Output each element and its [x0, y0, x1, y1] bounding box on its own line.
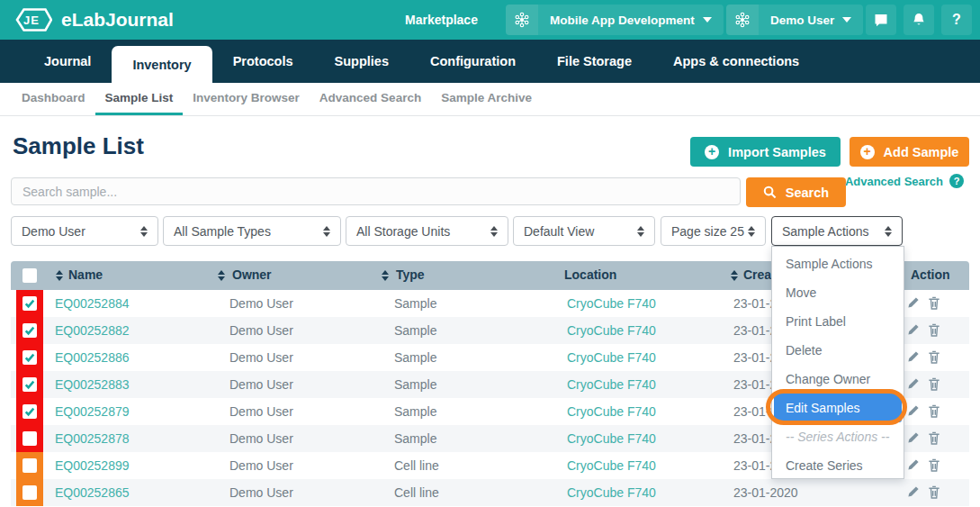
nav-tab-protocols[interactable]: Protocols: [212, 40, 314, 83]
column-header-type[interactable]: Type: [396, 267, 425, 282]
edit-icon[interactable]: [907, 350, 920, 367]
location-link[interactable]: CryoCube F740: [567, 404, 656, 419]
select-value: All Sample Types: [174, 224, 271, 239]
sample-name-link[interactable]: EQ00252879: [55, 404, 130, 419]
delete-icon[interactable]: [928, 296, 940, 313]
nav-tab-apps-connections[interactable]: Apps & connections: [652, 40, 820, 83]
delete-icon[interactable]: [928, 350, 940, 367]
delete-icon[interactable]: [928, 458, 940, 475]
notes-icon: [874, 13, 888, 27]
user-label: Demo User: [770, 14, 834, 27]
filter-select-all-storage-units[interactable]: All Storage Units: [346, 216, 508, 246]
sample-name-link[interactable]: EQ00252882: [55, 323, 130, 338]
expiry-flag: [16, 344, 43, 371]
delete-icon[interactable]: [928, 377, 940, 394]
column-header-owner[interactable]: Owner: [232, 267, 272, 282]
row-checkbox[interactable]: [22, 458, 37, 473]
subnav-item-inventory-browser[interactable]: Inventory Browser: [183, 83, 310, 115]
edit-icon[interactable]: [907, 323, 920, 340]
user-selector[interactable]: Demo User: [726, 5, 863, 35]
inventory-sub-navigation: DashboardSample ListInventory BrowserAdv…: [0, 83, 980, 116]
delete-icon[interactable]: [928, 404, 940, 421]
filter-select-demo-user[interactable]: Demo User: [11, 216, 158, 246]
location-link[interactable]: CryoCube F740: [567, 458, 656, 473]
workgroup-molecule-icon: [506, 5, 538, 35]
workgroup-selector[interactable]: Mobile App Development: [506, 5, 724, 35]
menu-item-edit-samples[interactable]: Edit Samples: [774, 394, 902, 422]
location-link[interactable]: CryoCube F740: [567, 377, 656, 392]
type-cell: Sample: [394, 350, 436, 365]
sample-name-link[interactable]: EQ00252865: [55, 485, 130, 500]
menu-item-change-owner[interactable]: Change Owner: [772, 365, 904, 394]
column-header-name[interactable]: Name: [68, 267, 103, 282]
edit-icon[interactable]: [907, 296, 920, 312]
menu-item-print-label[interactable]: Print Label: [772, 307, 904, 336]
menu-item-delete[interactable]: Delete: [772, 336, 904, 365]
add-sample-label: Add Sample: [884, 145, 959, 159]
filter-select-page-size-25[interactable]: Page size 25: [661, 216, 766, 246]
row-checkbox[interactable]: [22, 485, 37, 500]
menu-item-create-series[interactable]: Create Series: [772, 451, 904, 480]
search-button[interactable]: Search: [746, 177, 846, 207]
location-link[interactable]: CryoCube F740: [567, 323, 656, 338]
column-header-action: Action: [911, 267, 950, 282]
edit-icon[interactable]: [907, 458, 920, 475]
search-input[interactable]: [11, 177, 741, 205]
menu-item-move[interactable]: Move: [772, 278, 904, 307]
sort-arrows-icon: [140, 226, 148, 237]
sample-name-link[interactable]: EQ00252886: [55, 350, 130, 365]
edit-icon[interactable]: [907, 431, 920, 448]
row-checkbox[interactable]: [22, 350, 37, 365]
nav-tab-journal[interactable]: Journal: [23, 40, 112, 83]
type-cell: Sample: [394, 404, 436, 419]
sample-name-link[interactable]: EQ00252883: [55, 377, 130, 392]
location-link[interactable]: CryoCube F740: [567, 296, 656, 311]
nav-tab-configuration[interactable]: Configuration: [409, 40, 536, 83]
menu-item-series-actions[interactable]: -- Series Actions --: [772, 422, 904, 451]
app-logo[interactable]: JE eLabJournal: [11, 6, 174, 33]
row-checkbox[interactable]: [22, 323, 37, 338]
type-cell: Cell line: [394, 485, 439, 500]
import-samples-button[interactable]: Import Samples: [690, 137, 841, 167]
subnav-item-sample-list[interactable]: Sample List: [95, 83, 184, 115]
page-content: Sample List Import Samples Add Sample Se…: [0, 116, 980, 507]
owner-cell: Demo User: [229, 296, 293, 311]
add-sample-button[interactable]: Add Sample: [850, 137, 969, 167]
marketplace-link[interactable]: Marketplace: [405, 0, 478, 40]
edit-icon[interactable]: [907, 377, 920, 394]
location-link[interactable]: CryoCube F740: [567, 350, 656, 365]
nav-tab-supplies[interactable]: Supplies: [314, 40, 409, 83]
filter-select-all-sample-types[interactable]: All Sample Types: [163, 216, 341, 246]
sample-name-link[interactable]: EQ00252884: [55, 296, 130, 311]
select-value: Page size 25: [671, 224, 744, 239]
sample-name-link[interactable]: EQ00252899: [55, 458, 130, 473]
row-checkbox[interactable]: [22, 404, 37, 419]
row-checkbox[interactable]: [22, 377, 37, 392]
row-checkbox[interactable]: [22, 296, 37, 311]
advanced-search-link[interactable]: Advanced Search: [845, 174, 964, 188]
location-link[interactable]: CryoCube F740: [567, 431, 656, 446]
filter-select-sample-actions[interactable]: Sample Actions: [771, 216, 903, 246]
edit-icon[interactable]: [907, 404, 920, 421]
location-link[interactable]: CryoCube F740: [567, 485, 656, 500]
subnav-item-sample-archive[interactable]: Sample Archive: [431, 83, 542, 115]
type-cell: Sample: [394, 431, 436, 446]
notes-button[interactable]: [866, 5, 896, 35]
subnav-item-advanced-search[interactable]: Advanced Search: [310, 83, 431, 115]
brand-name: eLabJournal: [61, 9, 174, 31]
help-button[interactable]: ?: [941, 5, 972, 35]
select-all-checkbox[interactable]: [22, 268, 37, 283]
nav-tab-file-storage[interactable]: File Storage: [536, 40, 652, 83]
filter-select-default-view[interactable]: Default View: [513, 216, 655, 246]
edit-icon[interactable]: [907, 485, 920, 502]
subnav-item-dashboard[interactable]: Dashboard: [12, 83, 95, 115]
menu-item-sample-actions[interactable]: Sample Actions: [772, 249, 904, 278]
delete-icon[interactable]: [928, 323, 940, 340]
nav-tab-inventory[interactable]: Inventory: [112, 46, 211, 83]
row-checkbox[interactable]: [22, 431, 37, 446]
main-navigation: JournalInventoryProtocolsSuppliesConfigu…: [0, 40, 980, 83]
delete-icon[interactable]: [928, 431, 940, 448]
sample-name-link[interactable]: EQ00252878: [55, 431, 130, 446]
notifications-button[interactable]: [904, 5, 934, 35]
delete-icon[interactable]: [928, 485, 940, 502]
